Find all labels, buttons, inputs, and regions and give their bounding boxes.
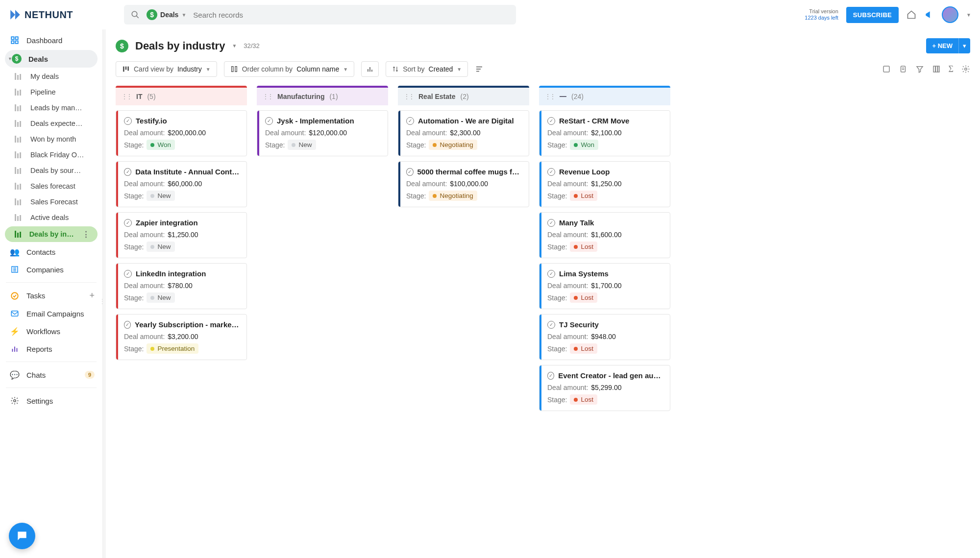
column-header[interactable]: ⋮⋮Real Estate(2) bbox=[398, 86, 529, 105]
task-check-icon[interactable]: ✓ bbox=[124, 321, 131, 329]
drag-grip-icon[interactable]: ⋮⋮ bbox=[404, 93, 414, 100]
sidebar-item-deals[interactable]: ▼ $ Deals bbox=[5, 50, 98, 68]
sidebar-item-companies[interactable]: Companies bbox=[0, 261, 102, 278]
kanban-view-icon bbox=[15, 183, 24, 190]
sidebar-view-item[interactable]: Pipeline bbox=[0, 84, 102, 100]
search-icon[interactable] bbox=[131, 10, 140, 19]
svg-rect-17 bbox=[125, 67, 127, 70]
order-column-selector[interactable]: Order column by Column name ▼ bbox=[224, 61, 355, 77]
announce-icon[interactable] bbox=[924, 10, 934, 20]
task-check-icon[interactable]: ✓ bbox=[124, 168, 131, 176]
sidebar-item-settings[interactable]: Settings bbox=[0, 392, 102, 410]
new-record-button[interactable]: + NEW bbox=[926, 38, 958, 53]
chart-toggle[interactable] bbox=[361, 61, 379, 77]
deal-card[interactable]: ✓Yearly Subscription - marketing t…Deal … bbox=[116, 314, 247, 360]
task-check-icon[interactable]: ✓ bbox=[547, 321, 555, 329]
task-check-icon[interactable]: ✓ bbox=[406, 117, 414, 125]
form-view-icon[interactable] bbox=[882, 64, 891, 74]
sidebar-item-contacts[interactable]: 👥 Contacts bbox=[0, 243, 102, 261]
intercom-launcher[interactable] bbox=[9, 523, 35, 549]
user-menu-caret[interactable]: ▼ bbox=[966, 12, 971, 18]
task-check-icon[interactable]: ✓ bbox=[547, 168, 555, 176]
task-check-icon[interactable]: ✓ bbox=[547, 117, 555, 125]
app-logo[interactable]: NETHUNT bbox=[9, 8, 73, 21]
sidebar-view-item[interactable]: Black Friday O… bbox=[0, 147, 102, 163]
amount-value: $3,200.00 bbox=[168, 333, 198, 340]
sidebar-view-item[interactable]: Won by month bbox=[0, 131, 102, 147]
task-check-icon[interactable]: ✓ bbox=[124, 219, 132, 227]
settings-gear-icon[interactable] bbox=[961, 64, 970, 74]
svg-point-0 bbox=[132, 11, 137, 17]
card-view-selector[interactable]: Card view by Industry ▼ bbox=[116, 61, 217, 77]
sidebar-view-item[interactable]: Active deals bbox=[0, 210, 102, 225]
view-menu-icon[interactable]: ⋮ bbox=[82, 230, 90, 238]
sidebar-resize-handle[interactable]: ⋮ bbox=[98, 294, 103, 309]
kanban-view-icon bbox=[15, 231, 23, 238]
new-record-dropdown[interactable]: ▾ bbox=[958, 38, 970, 53]
sidebar-item-campaigns[interactable]: Email Campaigns bbox=[0, 305, 102, 322]
trial-info[interactable]: Trial version 1223 days left bbox=[805, 8, 838, 21]
task-check-icon[interactable]: ✓ bbox=[124, 117, 132, 125]
sidebar-view-item[interactable]: Deals by sour… bbox=[0, 163, 102, 178]
amount-label: Deal amount: bbox=[124, 129, 165, 137]
sigma-icon[interactable]: Σ bbox=[949, 64, 954, 74]
group-icon[interactable] bbox=[475, 65, 484, 73]
sidebar-view-item[interactable]: Leads by man… bbox=[0, 100, 102, 116]
deal-card[interactable]: ✓Lima SystemsDeal amount: $1,700.00Stage… bbox=[539, 263, 670, 309]
subscribe-button[interactable]: SUBSCRIBE bbox=[846, 7, 899, 23]
sidebar-item-dashboard[interactable]: Dashboard bbox=[0, 31, 102, 49]
deal-card[interactable]: ✓Event Creator - lead gen automa…Deal am… bbox=[539, 365, 670, 411]
task-check-icon[interactable]: ✓ bbox=[547, 372, 554, 380]
column-header[interactable]: ⋮⋮Manufacturing(1) bbox=[257, 86, 388, 105]
sidebar-item-chats[interactable]: 💬 Chats 9 bbox=[0, 366, 102, 384]
drag-grip-icon[interactable]: ⋮⋮ bbox=[122, 93, 131, 100]
card-title: Yearly Subscription - marketing t… bbox=[135, 320, 240, 329]
deal-card[interactable]: ✓Data Institute - Annual ContractDeal am… bbox=[116, 161, 247, 207]
task-check-icon[interactable]: ✓ bbox=[406, 168, 414, 176]
deal-card[interactable]: ✓Many TalkDeal amount: $1,600.00Stage: L… bbox=[539, 212, 670, 258]
clipboard-icon[interactable] bbox=[899, 64, 907, 74]
amount-label: Deal amount: bbox=[124, 333, 165, 340]
deal-card[interactable]: ✓LinkedIn integrationDeal amount: $780.0… bbox=[116, 263, 247, 309]
column-header[interactable]: ⋮⋮IT(5) bbox=[116, 86, 247, 105]
search-bar[interactable]: $ Deals ▼ bbox=[124, 5, 516, 24]
deal-card[interactable]: ✓TJ SecurityDeal amount: $948.00Stage: L… bbox=[539, 314, 670, 360]
sidebar-view-label: Won by month bbox=[30, 135, 76, 143]
view-menu-caret[interactable]: ▼ bbox=[232, 43, 237, 49]
amount-label: Deal amount: bbox=[547, 180, 588, 188]
search-scope[interactable]: $ Deals ▼ bbox=[147, 9, 186, 20]
sort-selector[interactable]: Sort by Created ▼ bbox=[386, 61, 468, 77]
add-task-icon[interactable]: + bbox=[89, 291, 95, 301]
deal-card[interactable]: ✓Zapier integrationDeal amount: $1,250.0… bbox=[116, 212, 247, 258]
drag-grip-icon[interactable]: ⋮⋮ bbox=[545, 93, 555, 100]
sidebar-view-item[interactable]: Deals by indu…⋮ bbox=[5, 226, 98, 242]
task-check-icon[interactable]: ✓ bbox=[124, 270, 132, 278]
task-check-icon[interactable]: ✓ bbox=[547, 270, 555, 278]
deal-card[interactable]: ✓Revenue LoopDeal amount: $1,250.00Stage… bbox=[539, 161, 670, 207]
sidebar-item-reports[interactable]: Reports bbox=[0, 340, 102, 358]
deal-card[interactable]: ✓Testify.ioDeal amount: $200,000.00Stage… bbox=[116, 110, 247, 156]
search-input[interactable] bbox=[193, 11, 509, 19]
home-icon[interactable] bbox=[906, 10, 916, 20]
chats-badge: 9 bbox=[85, 371, 95, 379]
user-avatar[interactable] bbox=[942, 6, 958, 23]
task-check-icon[interactable]: ✓ bbox=[547, 219, 555, 227]
task-check-icon[interactable]: ✓ bbox=[265, 117, 273, 125]
sidebar-item-workflows[interactable]: ⚡ Workflows bbox=[0, 322, 102, 340]
deal-card[interactable]: ✓Jysk - ImplementationDeal amount: $120,… bbox=[257, 110, 388, 156]
column-header[interactable]: ⋮⋮(24) bbox=[539, 86, 670, 105]
filter-icon[interactable] bbox=[915, 64, 924, 74]
sidebar-view-item[interactable]: Deals expecte… bbox=[0, 116, 102, 131]
svg-rect-11 bbox=[11, 311, 18, 316]
sidebar-view-item[interactable]: Sales forecast bbox=[0, 178, 102, 194]
columns-icon[interactable] bbox=[932, 64, 941, 74]
card-title: 5000 thermal coffee mugs for N… bbox=[417, 168, 522, 176]
sidebar-view-item[interactable]: My deals bbox=[0, 69, 102, 84]
sidebar-view-item[interactable]: Sales Forecast bbox=[0, 194, 102, 210]
deal-card[interactable]: ✓Automation - We are DigitalDeal amount:… bbox=[398, 110, 529, 156]
sidebar-item-tasks[interactable]: Tasks + bbox=[0, 287, 102, 305]
deal-card[interactable]: ✓ReStart - CRM MoveDeal amount: $2,100.0… bbox=[539, 110, 670, 156]
dashboard-icon bbox=[10, 35, 20, 45]
deal-card[interactable]: ✓5000 thermal coffee mugs for N…Deal amo… bbox=[398, 161, 529, 207]
drag-grip-icon[interactable]: ⋮⋮ bbox=[263, 93, 272, 100]
